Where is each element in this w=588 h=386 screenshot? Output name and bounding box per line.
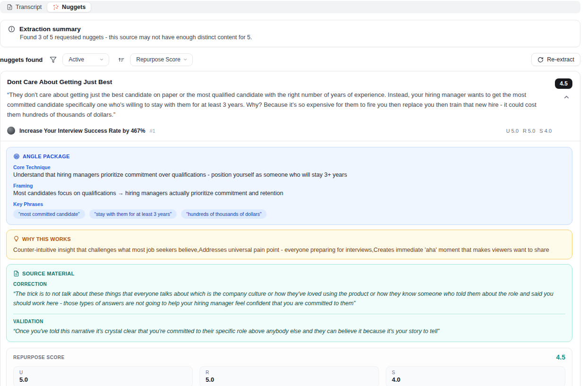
framing-label: Framing <box>13 183 565 189</box>
sparkles-icon <box>52 4 59 10</box>
view-tabs: Transcript Nuggets <box>0 1 580 13</box>
reextract-button[interactable]: Re-extract <box>531 53 580 66</box>
metric-u: U 5.0 <box>13 366 193 386</box>
repurpose-score-total: 4.5 <box>556 353 565 361</box>
tab-nuggets[interactable]: Nuggets <box>47 2 91 12</box>
sort-ascending-icon <box>116 54 127 65</box>
key-phrase-pill: “most committed candidate” <box>13 209 85 219</box>
target-icon <box>13 153 20 160</box>
source-name: Increase Your Interview Success Rate by … <box>19 128 145 134</box>
metric-label: R <box>206 370 373 375</box>
repurpose-score-section: REPURPOSE SCORE 4.5 U 5.0 R 5.0 S 4.0 <box>6 348 572 386</box>
metric-label: U <box>19 370 187 375</box>
sort-by-value: Repurpose Score <box>136 56 180 63</box>
source-scores: U 5.0 R 5.0 S 4.0 <box>506 128 552 134</box>
source-material-section: SOURCE MATERIAL CORRECTION “The trick is… <box>6 264 572 342</box>
chevron-down-icon <box>183 57 188 62</box>
tab-transcript-label: Transcript <box>16 4 42 10</box>
nugget-title: Dont Care About Getting Just Best <box>7 78 552 86</box>
score-u: U 5.0 <box>506 128 519 134</box>
score-metrics: U 5.0 R 5.0 S 4.0 <box>13 366 565 386</box>
core-technique-label: Core Technique <box>13 164 565 170</box>
source-rank: #1 <box>149 128 155 134</box>
reextract-label: Re-extract <box>547 56 574 63</box>
metric-label: S <box>392 370 559 375</box>
refresh-icon <box>537 57 544 63</box>
metric-value: 4.0 <box>392 376 559 383</box>
score-s: S 4.0 <box>539 128 552 134</box>
lightbulb-icon <box>13 236 19 242</box>
validation-label: VALIDATION <box>13 319 565 324</box>
filter-funnel-icon <box>47 54 59 65</box>
key-phrases-label: Key Phrases <box>13 201 565 207</box>
summary-title: Extraction summary <box>19 26 81 33</box>
framing-text: Most candidates focus on qualifications … <box>13 190 565 197</box>
source-avatar <box>7 127 15 135</box>
angle-package-header: ANGLE PACKAGE <box>23 154 70 159</box>
nugget-card: Dont Care About Getting Just Best “They … <box>0 71 580 386</box>
key-phrase-pill: “stay with them for at least 3 years” <box>89 209 177 219</box>
angle-package-section: ANGLE PACKAGE Core Technique Understand … <box>6 147 572 225</box>
score-r: R 5.0 <box>523 128 535 134</box>
validation-quote: “Once you've told this narrative it's cr… <box>13 326 565 336</box>
nuggets-count-label: nuggets found <box>0 56 43 63</box>
correction-label: CORRECTION <box>13 282 565 287</box>
key-phrases-list: “most committed candidate” “stay with th… <box>13 209 565 219</box>
page: Transcript Nuggets Extraction summary Fo… <box>0 1 580 386</box>
why-this-works-section: WHY THIS WORKS Counter-intuitive insight… <box>6 230 572 259</box>
nugget-quote: “They don't care about getting just the … <box>7 90 552 120</box>
metric-s: S 4.0 <box>386 366 565 386</box>
source-row: Increase Your Interview Success Rate by … <box>7 127 552 141</box>
collapse-chevron-icon[interactable] <box>563 94 570 101</box>
file-text-icon <box>13 270 19 277</box>
tab-transcript[interactable]: Transcript <box>1 2 47 12</box>
correction-quote: “The trick is to not talk about these th… <box>13 289 565 308</box>
section-divider <box>13 314 565 314</box>
key-phrase-pill: “hundreds of thousands of dollars” <box>181 209 267 219</box>
extraction-summary-card: Extraction summary Found 3 of 5 requeste… <box>0 20 580 47</box>
metric-value: 5.0 <box>206 376 373 383</box>
metric-value: 5.0 <box>19 376 187 383</box>
source-material-header: SOURCE MATERIAL <box>22 271 75 276</box>
chevron-down-icon <box>99 57 104 62</box>
repurpose-score-label: REPURPOSE SCORE <box>13 355 65 360</box>
why-this-works-header: WHY THIS WORKS <box>22 236 71 242</box>
info-icon <box>8 26 15 33</box>
score-badge: 4.5 <box>555 78 572 89</box>
status-filter-value: Active <box>69 56 84 63</box>
nuggets-toolbar: nuggets found Active Repurpose Score Re-… <box>0 53 580 66</box>
why-this-works-text: Counter-intuitive insight that challenge… <box>13 247 565 253</box>
summary-body: Found 3 of 5 requested nuggets - this so… <box>20 34 572 41</box>
tab-nuggets-label: Nuggets <box>62 4 86 10</box>
metric-r: R 5.0 <box>199 366 379 386</box>
status-filter-select[interactable]: Active <box>62 53 109 66</box>
document-icon <box>7 4 13 10</box>
sort-by-select[interactable]: Repurpose Score <box>130 53 193 66</box>
core-technique-text: Understand that hiring managers prioriti… <box>13 172 565 178</box>
